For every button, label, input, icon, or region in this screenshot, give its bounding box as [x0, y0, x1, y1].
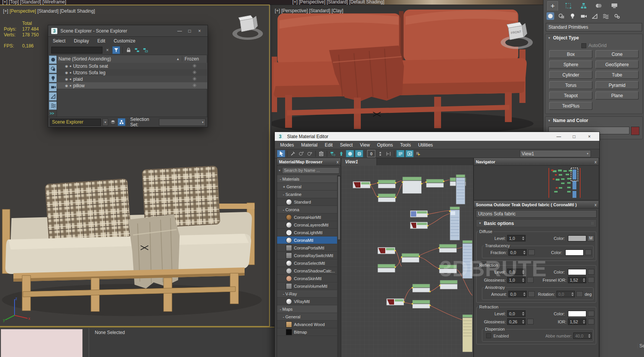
autogrid-checkbox[interactable]: [581, 43, 586, 48]
expand-tree-icon[interactable]: [133, 47, 140, 54]
glossiness-map-button[interactable]: [527, 277, 534, 283]
object-type-rollout-header[interactable]: ▼ Object Type: [545, 34, 642, 42]
lock-icon[interactable]: [125, 47, 132, 54]
menu-view[interactable]: View: [360, 142, 370, 148]
menu-options[interactable]: Options: [377, 142, 393, 148]
viewport-label[interactable]: [+] [Perspective] [Standard] [Clay]: [275, 8, 343, 13]
pick-material-eyedropper-icon[interactable]: [289, 150, 297, 157]
category-cameras-icon[interactable]: [580, 12, 587, 20]
selection-set-dropdown[interactable]: ▼: [159, 119, 206, 126]
cone-button[interactable]: Cone: [595, 50, 639, 58]
search-input[interactable]: [51, 47, 102, 54]
material-standard[interactable]: Standard: [277, 198, 337, 206]
frozen-snowflake-icon[interactable]: [193, 64, 196, 68]
close-icon[interactable]: x: [337, 160, 339, 164]
explorer-name-combo[interactable]: Scene Explorer: [50, 119, 101, 126]
display-objects-icon[interactable]: [49, 55, 57, 64]
table-row[interactable]: ◉● plaid: [57, 76, 207, 83]
tab-create[interactable]: +: [547, 1, 558, 11]
material-coronamtl-selected[interactable]: CoronaMtl: [277, 236, 337, 244]
filter-funnel-icon[interactable]: [112, 46, 120, 54]
map-advanced-wood[interactable]: Advanced Wood: [277, 321, 337, 328]
select-by-material-icon[interactable]: [415, 150, 422, 157]
ior-spinner[interactable]: 1,52: [568, 318, 586, 325]
scrollbar-thumb[interactable]: [337, 176, 341, 240]
refraction-color-map-button[interactable]: [588, 311, 594, 316]
display-shapes-icon[interactable]: [49, 65, 57, 73]
textplus-button[interactable]: TextPlus: [549, 102, 592, 110]
tab-modify[interactable]: [563, 1, 573, 10]
pyramid-button[interactable]: Pyramid: [595, 81, 639, 89]
refraction-glossiness-spinner[interactable]: 0,26: [507, 318, 526, 325]
dispersion-enabled-checkbox[interactable]: [486, 333, 491, 338]
group-vray[interactable]: - V-Ray: [277, 290, 337, 298]
fresnel-map-button[interactable]: [588, 277, 594, 283]
material-coronaskinmtl[interactable]: CoronaSkinMtl: [277, 275, 337, 282]
diffuse-level-spinner[interactable]: 1,0: [507, 235, 526, 241]
top-viewport-label-left[interactable]: [+] [Top] [Standard] [Wireframe]: [2, 0, 66, 5]
cylinder-button[interactable]: Cylinder: [549, 71, 592, 79]
navigator-minimap[interactable]: [474, 166, 598, 199]
minimize-icon[interactable]: —: [175, 28, 185, 34]
refraction-glossiness-map-button[interactable]: [527, 319, 534, 324]
menu-select[interactable]: Select: [53, 38, 65, 44]
scene-explorer-titlebar[interactable]: 3 Scene Explorer - Scene Explorer — □ ×: [48, 25, 208, 37]
material-coronarayswitchmtl[interactable]: CoronaRaySwitchMtl: [277, 252, 337, 259]
frozen-snowflake-icon[interactable]: [193, 83, 196, 88]
menu-utilities[interactable]: Utilities: [418, 142, 433, 148]
subcategory-dropdown[interactable]: Standard Primitives: [546, 23, 642, 31]
rotation-map-button[interactable]: [576, 291, 583, 297]
diffuse-map-button[interactable]: M: [587, 235, 594, 241]
tube-button[interactable]: Tube: [595, 71, 639, 79]
category-helpers-icon[interactable]: [591, 12, 599, 20]
menu-display[interactable]: Display: [74, 38, 89, 44]
group-general[interactable]: + General: [277, 183, 337, 191]
minimize-icon[interactable]: —: [551, 134, 566, 139]
group-corona[interactable]: - Corona: [277, 206, 337, 214]
category-systems-icon[interactable]: [613, 12, 621, 20]
search-options-icon[interactable]: ▼: [278, 169, 281, 172]
category-spacewarps-icon[interactable]: [602, 12, 610, 20]
show-maps-zero-icon[interactable]: 0: [367, 150, 375, 157]
navigator-header[interactable]: Navigator x: [474, 158, 599, 166]
layers-icon[interactable]: [110, 119, 116, 126]
hide-unused-slots-icon[interactable]: [337, 150, 345, 157]
column-frozen[interactable]: Frozen: [182, 56, 207, 62]
assign-material-icon[interactable]: [298, 150, 305, 157]
close-icon[interactable]: x: [595, 202, 597, 207]
table-row[interactable]: ◉ ● Utzons Sofa seat: [57, 63, 207, 70]
viewcube[interactable]: [231, 14, 266, 44]
maximize-icon[interactable]: □: [566, 134, 582, 139]
menu-edit[interactable]: Edit: [325, 142, 333, 148]
search-input[interactable]: Search by Name ...: [282, 167, 339, 174]
category-geometry-icon[interactable]: [547, 12, 554, 20]
plane-button[interactable]: Plane: [595, 91, 639, 99]
fraction-map-button[interactable]: [528, 249, 535, 255]
diffuse-color-swatch[interactable]: [568, 235, 586, 241]
collapse-tree-icon[interactable]: [142, 47, 149, 54]
reflection-level-spinner[interactable]: 0,0: [507, 269, 526, 275]
table-row[interactable]: ◉● pillow: [57, 82, 207, 89]
tab-display[interactable]: [609, 1, 619, 10]
frozen-snowflake-icon[interactable]: [193, 77, 196, 82]
refraction-color-swatch[interactable]: [568, 311, 586, 317]
box-button[interactable]: Box: [549, 50, 592, 58]
show-shaded-material-icon[interactable]: [346, 150, 354, 157]
delete-trash-icon[interactable]: [318, 150, 325, 157]
menu-material[interactable]: Material: [301, 142, 318, 148]
reflection-color-swatch[interactable]: [568, 269, 586, 275]
refraction-level-spinner[interactable]: 0,0: [507, 310, 526, 317]
reflection-glossiness-spinner[interactable]: 1,0: [507, 277, 526, 283]
object-color-swatch[interactable]: [631, 127, 639, 135]
viewport-label[interactable]: [+] [Perspective] [Standard] [Default Sh…: [3, 8, 95, 14]
visibility-eye-icon[interactable]: ◉: [65, 64, 68, 68]
group-scanline[interactable]: - Scanline: [277, 191, 337, 198]
browser-header[interactable]: Material/Map Browser x: [277, 158, 341, 166]
translucency-fraction-spinner[interactable]: 0,0: [508, 249, 527, 256]
tab-hierarchy[interactable]: [579, 1, 589, 10]
translucency-color-swatch[interactable]: [565, 249, 584, 256]
hierarchy-view-icon[interactable]: [118, 118, 125, 126]
fresnel-ior-spinner[interactable]: 1,52: [568, 277, 586, 283]
display-lights-icon[interactable]: [49, 74, 57, 82]
node-graph-canvas[interactable]: [341, 165, 473, 357]
